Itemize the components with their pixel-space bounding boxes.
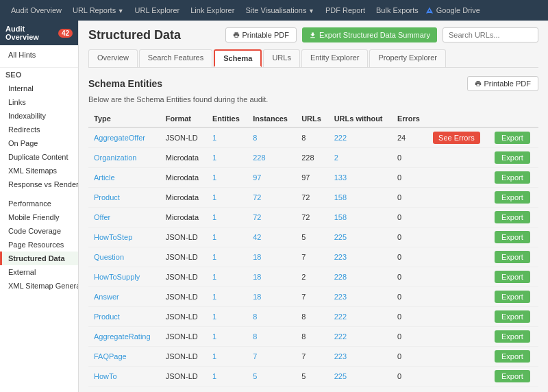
urls-without-link[interactable]: 228: [334, 273, 347, 281]
entities-link[interactable]: 1: [212, 173, 216, 182]
export-button[interactable]: Export: [495, 171, 530, 184]
nav-pdf-report[interactable]: PDF Report: [321, 6, 369, 14]
sidebar-item-on-page[interactable]: On Page: [0, 136, 78, 150]
type-link[interactable]: Answer: [94, 293, 119, 301]
entities-link[interactable]: 1: [212, 193, 216, 201]
urls-without-link[interactable]: 222: [334, 134, 347, 142]
export-button[interactable]: Export: [495, 350, 530, 363]
type-link[interactable]: Question: [94, 253, 124, 261]
sidebar-item-internal[interactable]: Internal: [0, 82, 78, 95]
tab-urls[interactable]: URLs: [263, 49, 300, 67]
entities-link[interactable]: 1: [212, 134, 216, 142]
nav-site-visualisations[interactable]: Site Visualisations: [241, 6, 319, 14]
sidebar-item-links[interactable]: Links: [0, 95, 78, 109]
entities-link[interactable]: 1: [212, 213, 216, 221]
sidebar-item-all-hints[interactable]: All Hints: [0, 48, 78, 62]
instances-link[interactable]: 7: [253, 352, 257, 360]
sidebar-item-response-vs-render[interactable]: Response vs Render: [0, 177, 78, 191]
urls-without-link[interactable]: 133: [334, 173, 347, 182]
instances-link[interactable]: 228: [253, 154, 265, 162]
type-link[interactable]: Offer: [94, 213, 110, 221]
urls-without-link[interactable]: 223: [334, 352, 347, 360]
export-button[interactable]: Export: [495, 251, 530, 263]
export-button[interactable]: Export: [495, 291, 530, 303]
type-link[interactable]: AggregateRating: [94, 332, 151, 341]
entities-link[interactable]: 1: [212, 352, 216, 360]
export-button[interactable]: Export: [495, 151, 530, 164]
tab-entity-explorer[interactable]: Entity Explorer: [301, 49, 369, 67]
entities-link[interactable]: 1: [212, 233, 216, 241]
instances-link[interactable]: 42: [253, 233, 261, 241]
instances-link[interactable]: 5: [253, 372, 257, 380]
urls-without-link[interactable]: 223: [334, 293, 347, 301]
entities-link[interactable]: 1: [212, 154, 216, 162]
section-printable-pdf-button[interactable]: Printable PDF: [467, 76, 538, 91]
sidebar-item-indexability[interactable]: Indexability: [0, 109, 78, 123]
instances-link[interactable]: 72: [253, 193, 261, 201]
export-button[interactable]: Export: [495, 370, 530, 382]
sidebar-item-page-resources[interactable]: Page Resources: [0, 238, 78, 252]
sidebar-item-external[interactable]: External: [0, 265, 78, 279]
instances-link[interactable]: 8: [253, 134, 257, 142]
urls-without-link[interactable]: 223: [334, 253, 347, 261]
export-button[interactable]: Export: [495, 330, 530, 343]
urls-without-link[interactable]: 225: [334, 372, 347, 380]
sidebar-item-structured-data[interactable]: Structured Data: [0, 252, 78, 265]
instances-link[interactable]: 97: [253, 173, 261, 182]
tab-schema[interactable]: Schema: [214, 49, 262, 67]
tab-overview[interactable]: Overview: [88, 49, 138, 67]
nav-audit-overview[interactable]: Audit Overview: [7, 6, 66, 14]
type-link[interactable]: HowToStep: [94, 233, 132, 241]
export-button[interactable]: Export: [495, 211, 530, 223]
instances-link[interactable]: 18: [253, 273, 261, 281]
export-button[interactable]: Export: [495, 310, 530, 323]
printable-pdf-button[interactable]: Printable PDF: [225, 27, 297, 42]
type-link[interactable]: FAQPage: [94, 352, 127, 360]
export-summary-button[interactable]: Export Structured Data Summary: [302, 27, 437, 42]
instances-link[interactable]: 8: [253, 313, 257, 321]
instances-link[interactable]: 72: [253, 213, 261, 221]
type-link[interactable]: Article: [94, 173, 115, 182]
tab-search-features[interactable]: Search Features: [139, 49, 212, 67]
entities-link[interactable]: 1: [212, 273, 216, 281]
sidebar-item-performance[interactable]: Performance: [0, 197, 78, 210]
entities-link[interactable]: 1: [212, 313, 216, 321]
nav-url-reports[interactable]: URL Reports: [68, 6, 128, 14]
nav-bulk-exports[interactable]: Bulk Exports: [372, 6, 423, 14]
sidebar-item-mobile-friendly[interactable]: Mobile Friendly: [0, 210, 78, 224]
tab-property-explorer[interactable]: Property Explorer: [369, 49, 446, 67]
nav-link-explorer[interactable]: Link Explorer: [186, 6, 238, 14]
urls-without-link[interactable]: 222: [334, 313, 347, 321]
entities-link[interactable]: 1: [212, 293, 216, 301]
entities-link[interactable]: 1: [212, 372, 216, 380]
sidebar-item-redirects[interactable]: Redirects: [0, 123, 78, 136]
sidebar-item-code-coverage[interactable]: Code Coverage: [0, 224, 78, 238]
urls-without-link[interactable]: 225: [334, 233, 347, 241]
export-button[interactable]: Export: [495, 191, 530, 204]
entities-link[interactable]: 1: [212, 253, 216, 261]
urls-without-link[interactable]: 2: [334, 154, 338, 162]
type-link[interactable]: AggregateOffer: [94, 134, 145, 142]
type-link[interactable]: Organization: [94, 154, 136, 162]
export-button[interactable]: Export: [495, 271, 530, 283]
type-link[interactable]: HowTo: [94, 372, 117, 380]
instances-link[interactable]: 18: [253, 293, 261, 301]
instances-link[interactable]: 18: [253, 253, 261, 261]
export-button[interactable]: Export: [495, 231, 530, 243]
entities-link[interactable]: 1: [212, 332, 216, 341]
type-link[interactable]: HowToSupply: [94, 273, 140, 281]
nav-google-drive[interactable]: Google Drive: [425, 6, 480, 14]
nav-url-explorer[interactable]: URL Explorer: [131, 6, 184, 14]
sidebar-item-duplicate-content[interactable]: Duplicate Content: [0, 150, 78, 164]
urls-without-link[interactable]: 158: [334, 213, 347, 221]
sidebar-item-xml-sitemap-generator[interactable]: XML Sitemap Generator: [0, 279, 78, 293]
urls-without-link[interactable]: 222: [334, 332, 347, 341]
type-link[interactable]: Product: [94, 313, 120, 321]
export-button[interactable]: Export: [495, 132, 530, 144]
type-link[interactable]: Product: [94, 193, 120, 201]
search-input[interactable]: [443, 27, 538, 42]
sidebar-item-xml-sitemaps[interactable]: XML Sitemaps: [0, 164, 78, 177]
see-errors-button[interactable]: See Errors: [433, 132, 480, 144]
instances-link[interactable]: 8: [253, 332, 257, 341]
urls-without-link[interactable]: 158: [334, 193, 347, 201]
